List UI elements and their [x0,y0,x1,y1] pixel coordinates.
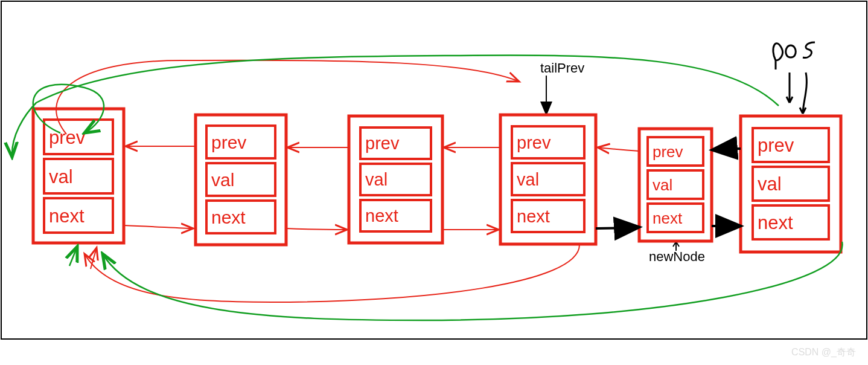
field-label: next [758,212,793,233]
field-label: prev [517,133,551,152]
black-next-arrow [596,227,638,228]
field-label: next [49,205,85,227]
field-label: next [365,206,398,225]
newNode-label: newNode [649,249,705,264]
field-label: prev [365,134,400,153]
field-label: val [517,170,539,189]
pos-arrow-2 [800,73,806,114]
field-label: val [758,173,782,195]
field-label: next [211,207,246,227]
pos-arrow-1 [787,73,793,103]
black-prev-arrow [713,149,741,150]
red-bottom-curve [85,245,579,302]
head-prev-loop [56,60,519,134]
field-label: next [653,209,683,227]
field-label: next [517,207,550,226]
field-label: prev [211,132,246,152]
green-bottom-curve [103,242,843,320]
field-label: prev [653,143,683,161]
field-label: val [365,170,388,189]
prev-arrow [598,147,639,151]
linked-list-diagram: tailPrev newNode prevvalnextprevvalnextp… [0,0,868,365]
next-arrow [124,225,193,228]
pos-label [773,42,815,69]
field-label: val [211,170,234,190]
field-label: prev [758,135,794,156]
field-label: val [653,176,672,194]
next-arrow [286,228,347,230]
green-small-in [69,247,77,266]
field-label: val [49,166,73,187]
watermark: CSDN @_奇奇 [791,346,856,359]
tailPrev-label: tailPrev [540,60,584,76]
